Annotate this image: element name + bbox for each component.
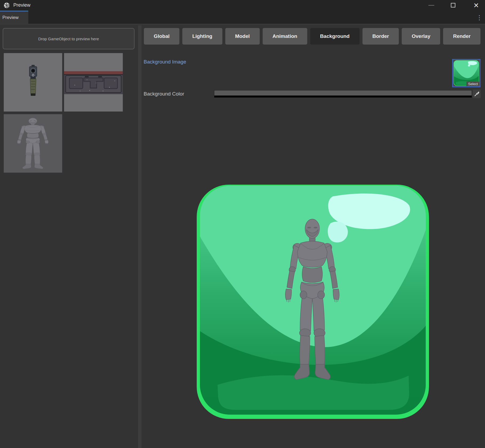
window-title: Preview [13, 2, 30, 8]
background-image-picker[interactable]: Select [452, 59, 480, 87]
eyedropper-icon [474, 91, 479, 97]
tab-preview[interactable]: Preview [0, 11, 28, 24]
settings-tabs: Global Lighting Model Animation Backgrou… [144, 28, 480, 45]
select-badge[interactable]: Select [466, 82, 480, 86]
metal-crate-icon [64, 53, 123, 112]
tab-model[interactable]: Model [225, 28, 260, 45]
tab-border[interactable]: Border [362, 28, 399, 45]
left-panel-scrollbar[interactable] [138, 25, 141, 448]
background-color-label: Background Color [144, 91, 184, 97]
settings-panel: Global Lighting Model Animation Backgrou… [141, 25, 485, 448]
thumbnail-metal-crate[interactable] [64, 53, 123, 112]
tab-animation[interactable]: Animation [263, 28, 307, 45]
unity-preview-window: { "window": { "title": "Preview", "tab_l… [0, 0, 485, 448]
tab-overlay[interactable]: Overlay [402, 28, 440, 45]
gameobject-drop-zone[interactable]: Drop GameObject to preview here [3, 28, 135, 49]
color-alpha-bar [214, 96, 472, 97]
pistol-icon [4, 53, 62, 112]
thumbnail-pistol[interactable] [4, 53, 62, 112]
tab-render[interactable]: Render [443, 28, 480, 45]
background-color-field[interactable] [214, 90, 472, 98]
preview-render-stage[interactable] [194, 183, 432, 421]
preview-render-image [194, 183, 432, 421]
minimize-icon[interactable] [428, 5, 434, 6]
color-swatch [214, 90, 472, 96]
thumbnail-mannequin[interactable] [4, 114, 62, 173]
tab-lighting[interactable]: Lighting [182, 28, 222, 45]
preview-list-panel: Drop GameObject to preview here [0, 25, 138, 448]
eyedropper-button[interactable] [473, 90, 481, 98]
unity-logo-icon [3, 2, 10, 9]
background-image-label: Background Image [144, 59, 186, 65]
kebab-menu-icon[interactable]: ⋮ [476, 14, 483, 21]
mannequin-icon [13, 117, 53, 171]
window-content: Drop GameObject to preview here Global L… [0, 25, 485, 448]
tab-bar: Preview ⋮ [0, 11, 485, 25]
tab-global[interactable]: Global [144, 28, 179, 45]
maximize-icon[interactable] [451, 3, 455, 7]
drop-zone-label: Drop GameObject to preview here [38, 37, 99, 41]
close-icon[interactable]: ✕ [472, 1, 481, 10]
title-bar: Preview ✕ [0, 0, 485, 11]
tab-background[interactable]: Background [310, 28, 360, 45]
